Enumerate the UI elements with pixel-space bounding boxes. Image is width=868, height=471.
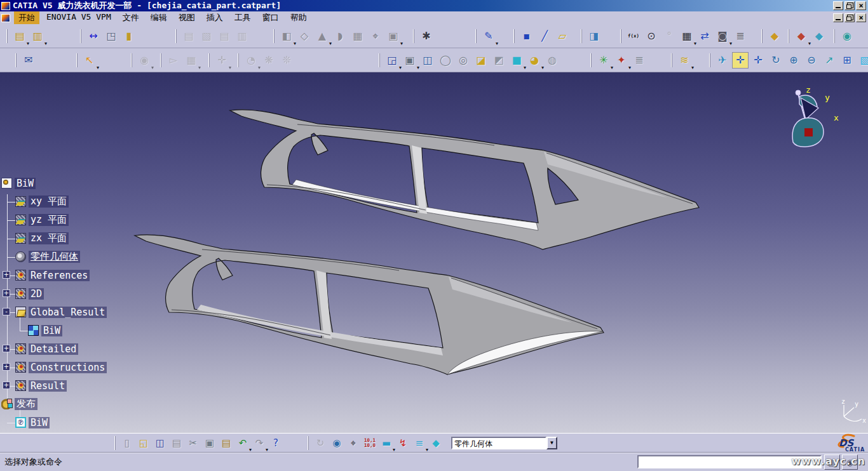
toolbar-drag-handle[interactable] (513, 29, 515, 43)
tree-node-2d[interactable]: +2D (15, 284, 44, 303)
tree-expand-icon[interactable]: + (3, 289, 10, 297)
toolbar-drag-handle[interactable] (308, 436, 309, 450)
gear-icon[interactable]: ✱ (418, 28, 435, 44)
box-section-icon[interactable]: ▣▾ (385, 28, 402, 44)
half-solid-icon[interactable]: ◗ (332, 28, 348, 44)
select-arrow-icon[interactable]: ↖▾ (81, 52, 98, 69)
catalog-transfer-icon[interactable]: ▥▾ (29, 28, 46, 44)
catalog-icon[interactable]: ◉ (839, 28, 855, 44)
tree-node-publication-biw[interactable]: ℗BiW (15, 413, 50, 432)
body-side-frame-lower[interactable] (135, 235, 604, 375)
tree-node-label[interactable]: zx 平面 (29, 232, 69, 244)
tree-node-label[interactable]: BiW (41, 325, 62, 336)
toolbar-drag-handle[interactable] (80, 29, 81, 43)
tree-node-label[interactable]: 零件几何体 (29, 251, 80, 263)
inertia-icon[interactable]: ▮ (121, 28, 137, 44)
send-to-icon[interactable]: ✉ (20, 52, 37, 69)
toolbar-drag-handle[interactable] (131, 53, 132, 67)
tree-node-label[interactable]: Result (29, 380, 67, 392)
zoom-out-icon[interactable]: ⊖ (803, 52, 820, 69)
tree-node-zx-plane[interactable]: zx 平面 (15, 229, 69, 248)
tree-node-detailed[interactable]: +Detailed (15, 340, 78, 358)
pan-icon[interactable]: ✛ (750, 52, 766, 69)
toolbar-drag-handle[interactable] (160, 53, 161, 67)
fit-all-icon[interactable]: ✛ (732, 52, 749, 69)
tree-expand-icon[interactable]: + (3, 363, 10, 371)
app-minimize-button[interactable] (833, 1, 843, 10)
target-icon[interactable]: ⌖ (367, 28, 384, 44)
surface-b-icon[interactable]: ◩ (491, 52, 507, 69)
split-face-icon[interactable]: ◫ (419, 52, 436, 69)
compass[interactable]: z y x (792, 85, 839, 147)
trim-solid-icon[interactable]: ◇ (296, 28, 313, 44)
save-icon[interactable]: ◫ (153, 435, 168, 451)
toolbar-drag-handle[interactable] (379, 53, 380, 67)
paste-icon[interactable]: ▤ (219, 435, 234, 451)
manipulation-icon[interactable]: ◉ (329, 435, 344, 451)
formula-icon[interactable]: f(x) (625, 28, 642, 44)
tree-node-xy-plane[interactable]: xy 平面 (15, 192, 69, 211)
redo-icon[interactable]: ↷▾ (252, 435, 267, 451)
tree-node-constructions[interactable]: +Constructions (15, 358, 107, 376)
clamp-icon[interactable]: ◍ (544, 52, 560, 69)
line-icon[interactable]: ╱ (536, 28, 553, 44)
prism-icon[interactable]: ▲▾ (314, 28, 330, 44)
app-close-button[interactable]: × (856, 1, 866, 10)
toolbar-drag-handle[interactable] (620, 29, 621, 43)
menu-item-start[interactable]: 开始 (14, 11, 39, 24)
layer-filter-icon[interactable]: ≋▾ (676, 52, 693, 69)
document-template-icon[interactable]: ◆ (811, 28, 827, 44)
3d-viewport[interactable]: z y x z y x BiWxy 平面yz 平面zx 平面零件几何体+Refe… (0, 72, 868, 433)
comment-icon[interactable]: ⊙ (643, 28, 660, 44)
toolbar-drag-handle[interactable] (76, 53, 78, 67)
whats-this-icon[interactable]: ? (268, 435, 283, 451)
tree-node-references[interactable]: +References (15, 266, 90, 284)
copy-icon[interactable]: ▣ (202, 435, 217, 451)
compass-free-rotation-handle[interactable] (804, 128, 813, 136)
units-icon[interactable]: 10,1 10,0 (362, 435, 377, 451)
toolbar-drag-handle[interactable] (761, 29, 763, 43)
tree-node-biw-root[interactable]: BiW (1, 174, 36, 192)
tree-node-label[interactable]: References (29, 270, 90, 281)
tree-node-label[interactable]: BiW (29, 417, 50, 428)
toolbar-drag-handle[interactable] (273, 29, 275, 43)
menu-item-insert[interactable]: 插入 (202, 11, 227, 24)
iso-view-icon[interactable]: ▧▾ (857, 52, 868, 69)
tree-node-label[interactable]: Global_Result (29, 307, 107, 318)
tree-expand-icon[interactable]: + (3, 345, 10, 352)
toolbar-drag-handle[interactable] (15, 53, 17, 67)
print-icon[interactable]: ▤ (169, 435, 184, 451)
sketcher-icon[interactable]: ✎▾ (480, 28, 497, 44)
surface-a-icon[interactable]: ◪ (473, 52, 489, 69)
app-restore-button[interactable] (844, 1, 855, 10)
menu-item-view[interactable]: 视图 (174, 11, 200, 24)
menu-item-window[interactable]: 窗口 (258, 11, 283, 24)
axis-system-icon[interactable]: ⌖ (346, 435, 361, 451)
lock-icon[interactable]: ◙▾ (714, 28, 731, 44)
structure-tree-icon[interactable]: ≣ (631, 52, 648, 69)
new-document-icon[interactable]: ▯ (119, 435, 135, 451)
combobox-dropdown-button[interactable]: ▼ (546, 437, 557, 449)
mean-dimension-icon[interactable]: ▬▾ (379, 435, 394, 451)
design-table-icon[interactable]: ▦▾ (679, 28, 695, 44)
menu-item-file[interactable]: 文件 (118, 11, 144, 24)
toolbar-drag-handle[interactable] (834, 29, 835, 43)
user-feature-icon[interactable]: ◆▾ (793, 28, 810, 44)
filter-list-icon[interactable]: ≡▾ (412, 435, 427, 451)
toolbar-drag-handle[interactable] (208, 53, 210, 67)
tree-node-label[interactable]: BiW (15, 178, 36, 189)
tree-node-yz-plane[interactable]: yz 平面 (15, 211, 69, 229)
current-body-value[interactable]: 零件几何体 (451, 437, 546, 449)
zoom-in-icon[interactable]: ⊕ (785, 52, 802, 69)
toolbar-drag-handle[interactable] (590, 53, 592, 67)
sweep-icon[interactable]: ◕▾ (526, 52, 543, 69)
undo-icon[interactable]: ↶▾ (235, 435, 250, 451)
open-icon[interactable]: ◱ (136, 435, 151, 451)
doc-restore-button[interactable] (844, 13, 855, 22)
toolbar-drag-handle[interactable] (788, 29, 789, 43)
batch-gears-icon[interactable]: ✳▾ (595, 52, 612, 69)
catalog-browser-icon[interactable]: ▤▾ (11, 28, 28, 44)
tree-node-label[interactable]: xy 平面 (29, 196, 69, 208)
powercopy-icon[interactable]: ◆ (766, 28, 783, 44)
body-side-frame-upper[interactable] (230, 110, 699, 249)
